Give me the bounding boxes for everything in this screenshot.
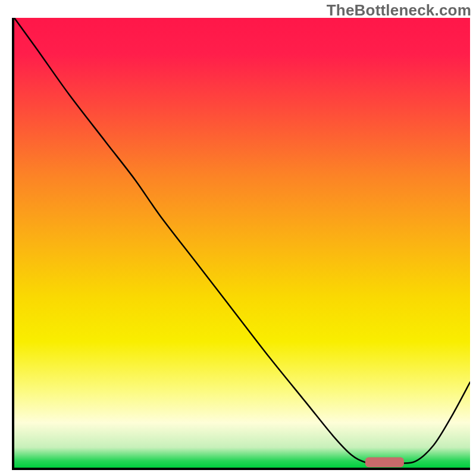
plot-area [12,18,470,470]
gradient-background [14,18,470,468]
optimal-range-marker [365,458,404,468]
watermark-text: TheBottleneck.com [327,1,471,20]
chart-root: TheBottleneck.com [0,0,476,476]
plot-svg [14,18,470,468]
